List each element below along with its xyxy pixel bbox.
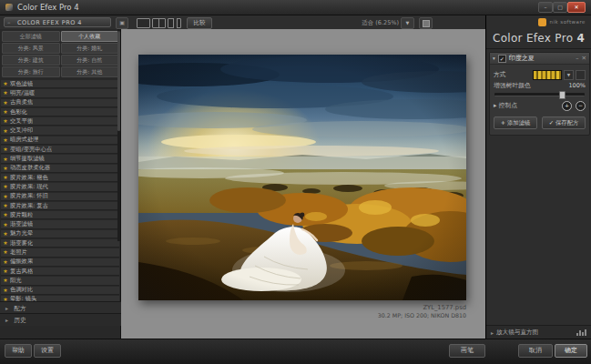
favorite-star-icon[interactable]: ★	[1, 248, 10, 256]
cancel-button[interactable]: 取消	[518, 344, 553, 358]
favorite-star-icon[interactable]: ★	[1, 287, 10, 294]
image-filename: ZYL_1577.psd	[378, 304, 466, 311]
category-button[interactable]: 分类: 建筑	[2, 55, 60, 66]
filter-item[interactable]: ★ 魅力光晕	[1, 230, 119, 238]
category-button[interactable]: 个人收藏	[61, 31, 119, 42]
favorite-star-icon[interactable]: ★	[1, 202, 10, 209]
method-compare-icon[interactable]	[576, 70, 586, 80]
filter-item[interactable]: ★ 细节提取滤镜	[1, 155, 119, 163]
favorite-star-icon[interactable]: ★	[1, 230, 10, 238]
category-buttons: 全部滤镜 个人收藏 分类: 风景 分类: 婚礼 分类: 建筑 分类: 自然 分类…	[0, 29, 120, 80]
category-button[interactable]: 分类: 风景	[2, 43, 60, 54]
category-button[interactable]: 分类: 其他	[61, 66, 119, 77]
filter-item[interactable]: ★ 胶片效果: 怀旧	[1, 193, 119, 201]
chevron-right-icon: ▸	[491, 329, 494, 336]
subtract-control-point-button[interactable]: −	[576, 101, 586, 111]
compare-button[interactable]: 比较	[187, 17, 212, 29]
favorite-star-icon[interactable]: ★	[1, 174, 10, 181]
favorite-star-icon[interactable]: ★	[1, 165, 10, 172]
filter-item[interactable]: ★ 胶片颗粒	[1, 211, 119, 219]
filter-name: 交叉平衡	[10, 117, 33, 126]
slider-handle[interactable]	[559, 91, 566, 99]
ok-button[interactable]: 确定	[555, 344, 587, 358]
filter-item[interactable]: ★ 明亮/温暖	[1, 89, 119, 97]
favorite-star-icon[interactable]: ★	[1, 183, 10, 190]
favorite-star-icon[interactable]: ★	[1, 117, 10, 125]
filter-item[interactable]: ★ 渐变滤镜	[1, 220, 119, 228]
minimize-button[interactable]: –	[538, 2, 553, 13]
help-button[interactable]: 帮助	[5, 344, 32, 358]
filter-item[interactable]: ★ 暗房式处理	[1, 136, 119, 145]
zoom-dropdown-arrow[interactable]: ▼	[401, 17, 414, 29]
favorite-star-icon[interactable]: ★	[1, 136, 10, 144]
favorite-star-icon[interactable]: ★	[1, 239, 10, 247]
favorite-star-icon[interactable]: ★	[1, 99, 10, 106]
filter-item[interactable]: ★ 双色滤镜	[1, 80, 119, 88]
active-filter-header[interactable]: ▾ ✓ 印度之夏 – ✕	[490, 53, 589, 65]
filter-list-scrollbar[interactable]	[117, 29, 120, 241]
chevron-down-icon[interactable]: ▾	[493, 56, 495, 61]
filter-item[interactable]: ★ 偏振效果	[1, 258, 119, 267]
favorite-star-icon[interactable]: ★	[1, 211, 10, 218]
background-color-selector-icon[interactable]	[419, 17, 433, 29]
filter-item[interactable]: ★ 复古风格	[1, 268, 119, 276]
side-by-side-view-icon[interactable]	[168, 18, 181, 28]
enhance-foliage-slider[interactable]	[494, 93, 585, 96]
filter-name: 交叉冲印	[10, 126, 33, 135]
split-view-icon[interactable]	[152, 18, 166, 28]
favorite-star-icon[interactable]: ★	[1, 156, 10, 163]
method-dropdown-arrow[interactable]: ▼	[564, 70, 574, 80]
save-recipe-button[interactable]: ✓保存配方	[542, 116, 586, 129]
filter-library-header[interactable]: – COLOR EFEX PRO 4	[4, 17, 111, 27]
favorite-star-icon[interactable]: ★	[1, 193, 10, 200]
settings-button[interactable]: 设置	[34, 344, 61, 358]
filter-item[interactable]: ★ 色彩化	[1, 108, 119, 116]
filter-item[interactable]: ★ 渐变雾化	[1, 239, 119, 248]
category-button[interactable]: 分类: 婚礼	[61, 43, 119, 54]
filter-item[interactable]: ★ 阳光	[1, 277, 119, 285]
favorite-star-icon[interactable]: ★	[1, 80, 10, 87]
single-view-icon[interactable]	[137, 18, 150, 28]
favorite-star-icon[interactable]: ★	[1, 258, 10, 266]
favorite-star-icon[interactable]: ★	[1, 127, 10, 135]
import-recipes-icon[interactable]: ▣	[116, 17, 128, 29]
filter-item[interactable]: ★ 变暗/变亮中心点	[1, 146, 119, 154]
maximize-button[interactable]: ▢	[553, 2, 567, 13]
favorite-star-icon[interactable]: ★	[1, 221, 10, 228]
filter-item[interactable]: ★ 胶片效果: 褪色	[1, 174, 119, 182]
brush-button[interactable]: 画笔	[449, 344, 485, 358]
preview-image[interactable]	[138, 55, 466, 300]
filter-item[interactable]: ★ 动态皮肤柔化器	[1, 165, 119, 173]
filter-enabled-checkbox[interactable]: ✓	[498, 55, 506, 63]
add-control-point-button[interactable]: +	[562, 101, 572, 111]
history-section-header[interactable]: ▸ 历史	[0, 313, 121, 326]
filter-item[interactable]: ★ 色调对比	[1, 287, 119, 295]
category-button[interactable]: 分类: 自然	[61, 55, 119, 66]
favorite-star-icon[interactable]: ★	[1, 146, 10, 153]
category-button[interactable]: 分类: 旅行	[2, 66, 60, 77]
favorite-star-icon[interactable]: ★	[1, 108, 10, 116]
filter-item[interactable]: ★ 交叉冲印	[1, 126, 119, 135]
collapse-panel-icon[interactable]: –	[7, 18, 11, 28]
control-points-section[interactable]: ▸ 控制点	[494, 101, 558, 110]
filter-item[interactable]: ★ 交叉平衡	[1, 117, 119, 126]
filter-name: 胶片效果: 现代	[10, 183, 48, 191]
filter-item[interactable]: ★ 古典柔焦	[1, 99, 119, 107]
category-button[interactable]: 全部滤镜	[2, 31, 60, 42]
favorite-star-icon[interactable]: ★	[1, 89, 10, 96]
filter-item[interactable]: ★ 老照片	[1, 248, 119, 257]
add-filter-button[interactable]: +添加滤镜	[494, 116, 537, 129]
loupe-histogram-section[interactable]: ▸ 放大镜与直方图	[486, 325, 591, 339]
reset-filter-icon[interactable]: –	[576, 55, 578, 62]
zoom-level-label[interactable]: 适合 (6.25%)	[362, 19, 399, 27]
favorite-star-icon[interactable]: ★	[1, 277, 10, 284]
close-button[interactable]: ✕	[567, 2, 586, 13]
filter-item[interactable]: ★ 胶片效果: 现代	[1, 183, 119, 191]
recipes-label: 配方	[14, 305, 26, 312]
method-preview-swatch[interactable]	[533, 70, 562, 80]
recipes-section-header[interactable]: ▸ 配方	[0, 301, 121, 314]
filter-item[interactable]: ★ 胶片效果: 复古	[1, 202, 119, 210]
remove-filter-icon[interactable]: ✕	[582, 55, 586, 62]
favorite-star-icon[interactable]: ★	[1, 268, 10, 275]
filter-library-title: COLOR EFEX PRO 4	[17, 19, 82, 26]
